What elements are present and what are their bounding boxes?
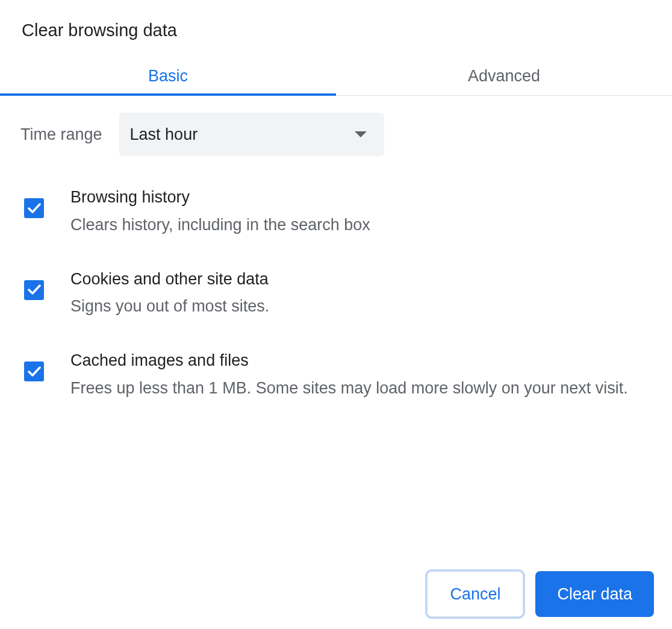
check-icon	[28, 366, 41, 377]
option-cache: Cached images and files Frees up less th…	[24, 349, 652, 401]
tab-basic-label: Basic	[148, 67, 188, 85]
clear-browsing-data-dialog: Clear browsing data Basic Advanced Time …	[0, 0, 672, 401]
option-text: Browsing history Clears history, includi…	[70, 186, 652, 238]
check-icon	[28, 203, 41, 214]
option-title: Cookies and other site data	[70, 268, 639, 291]
cancel-button[interactable]: Cancel	[427, 571, 523, 617]
option-description: Frees up less than 1 MB. Some sites may …	[70, 376, 639, 401]
clear-data-button[interactable]: Clear data	[535, 571, 654, 617]
checkbox-cookies[interactable]	[24, 280, 44, 300]
time-range-row: Time range Last hour	[20, 113, 652, 156]
option-title: Browsing history	[70, 186, 639, 209]
tab-content-basic: Time range Last hour Browsing history Cl…	[20, 96, 652, 401]
caret-down-icon	[354, 131, 367, 138]
option-text: Cookies and other site data Signs you ou…	[70, 268, 652, 320]
dialog-title: Clear browsing data	[22, 20, 652, 40]
tab-basic[interactable]: Basic	[0, 58, 336, 95]
option-text: Cached images and files Frees up less th…	[70, 349, 652, 401]
time-range-value: Last hour	[130, 125, 198, 144]
check-icon	[28, 284, 41, 295]
dialog-footer: Cancel Clear data	[0, 571, 672, 617]
checkbox-browsing-history[interactable]	[24, 198, 44, 218]
option-description: Signs you out of most sites.	[70, 294, 639, 319]
option-cookies: Cookies and other site data Signs you ou…	[24, 268, 652, 320]
time-range-label: Time range	[20, 125, 102, 144]
tab-advanced-label: Advanced	[468, 67, 540, 85]
option-title: Cached images and files	[70, 349, 639, 372]
option-browsing-history: Browsing history Clears history, includi…	[24, 186, 652, 238]
time-range-select[interactable]: Last hour	[119, 113, 384, 156]
cancel-button-label: Cancel	[450, 585, 500, 604]
tabs: Basic Advanced	[0, 58, 672, 96]
option-description: Clears history, including in the search …	[70, 213, 639, 238]
clear-data-button-label: Clear data	[557, 585, 632, 604]
tab-advanced[interactable]: Advanced	[336, 58, 672, 95]
checkbox-cache[interactable]	[24, 361, 44, 381]
